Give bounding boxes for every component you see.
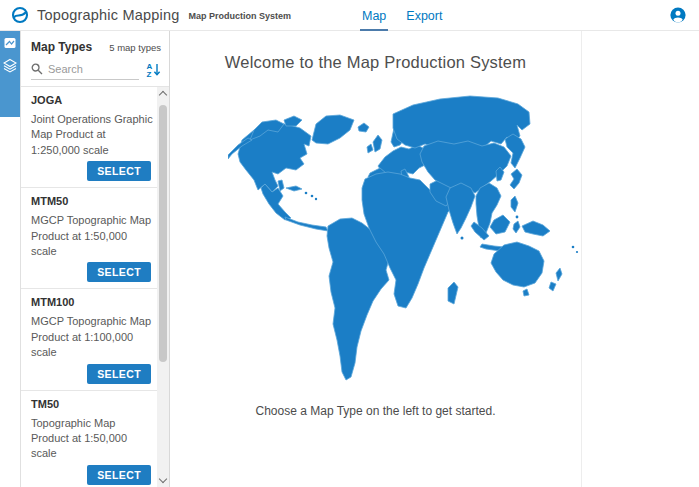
map-type-description: Topographic Map Product at 1:50,000 scal… [31, 416, 153, 462]
map-type-description: Joint Operations Graphic Map Product at … [31, 112, 153, 158]
map-type-description: MGCP Topographic Map Product at 1:100,00… [31, 314, 153, 360]
main-content: Welcome to the Map Production System [170, 31, 699, 487]
select-button[interactable]: SELECT [87, 465, 151, 485]
tool-rail [0, 31, 21, 487]
tab-export[interactable]: Export [404, 0, 444, 31]
search-box [31, 63, 139, 80]
welcome-panel: Welcome to the Map Production System [170, 31, 582, 487]
map-type-item: MTM100MGCP Topographic Map Product at 1:… [21, 289, 157, 390]
search-icon [31, 63, 43, 75]
map-panel-icon[interactable] [3, 36, 17, 50]
map-type-name: MTM100 [31, 296, 153, 308]
map-type-item: JOGAJoint Operations Graphic Map Product… [21, 87, 157, 188]
tool-rail-active-group [0, 31, 20, 117]
app-subtitle: Map Production System [188, 9, 291, 21]
map-type-item: TM50Topographic Map Product at 1:50,000 … [21, 391, 157, 487]
map-type-item: MTM50MGCP Topographic Map Product at 1:5… [21, 188, 157, 289]
select-button[interactable]: SELECT [87, 364, 151, 384]
globe-logo-icon [11, 6, 29, 24]
layers-icon[interactable] [3, 58, 17, 73]
welcome-title: Welcome to the Map Production System [170, 53, 581, 72]
map-type-name: JOGA [31, 94, 153, 106]
world-map [228, 84, 581, 384]
scroll-down-icon[interactable] [159, 475, 167, 483]
map-type-list: JOGAJoint Operations Graphic Map Product… [21, 87, 157, 487]
search-input[interactable] [48, 63, 120, 75]
map-type-count: 5 map types [109, 42, 161, 53]
panel-title: Map Types [31, 40, 92, 54]
nav-tabs: MapExport [360, 0, 444, 31]
select-button[interactable]: SELECT [87, 262, 151, 282]
scroll-up-icon[interactable] [159, 91, 167, 99]
map-type-name: TM50 [31, 398, 153, 410]
map-types-panel: Map Types 5 map types A Z [21, 31, 170, 487]
map-type-name: MTM50 [31, 195, 153, 207]
instruction-text: Choose a Map Type on the left to get sta… [170, 404, 581, 418]
tab-map[interactable]: Map [360, 0, 388, 31]
svg-text:Z: Z [147, 70, 152, 78]
select-button[interactable]: SELECT [87, 161, 151, 181]
app-title: Topographic Mapping [37, 7, 179, 23]
map-type-description: MGCP Topographic Map Product at 1:50,000… [31, 213, 153, 259]
app-header: Topographic Mapping Map Production Syste… [0, 0, 699, 31]
scrollbar[interactable] [157, 87, 169, 487]
user-account-icon[interactable] [670, 7, 686, 27]
scroll-thumb[interactable] [159, 105, 167, 362]
sort-a-z-icon[interactable]: A Z [145, 61, 161, 80]
